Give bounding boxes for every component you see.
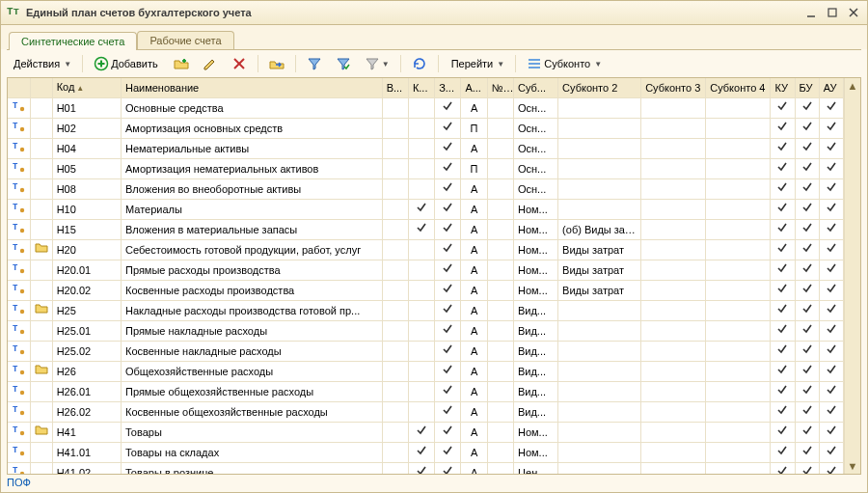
column-header[interactable]: АУ [819, 78, 843, 98]
table-row[interactable]: TН41.01Товары на складахАНом... [8, 443, 844, 463]
table-row[interactable]: TН25Накладные расходы производства готов… [8, 301, 844, 321]
z-cell [435, 342, 461, 362]
svg-text:T: T [13, 446, 18, 455]
table-row[interactable]: TН15Вложения в материальные запасыАНом..… [8, 220, 844, 240]
scroll-up-icon[interactable]: ▲ [848, 78, 858, 94]
table-row[interactable]: TН20.01Прямые расходы производстваАНом..… [8, 260, 844, 281]
v-cell [382, 443, 408, 463]
plus-icon [94, 56, 109, 71]
add-button[interactable]: Добавить [89, 52, 165, 75]
refresh-button[interactable] [407, 52, 432, 75]
ku-cell [771, 362, 795, 382]
column-header[interactable]: Субконто 3 [641, 78, 706, 98]
column-header[interactable]: К... [408, 78, 434, 98]
close-button[interactable] [846, 6, 861, 19]
column-header[interactable]: Наименование [121, 78, 382, 98]
folder-icon [35, 244, 48, 256]
delete-button[interactable] [227, 52, 252, 75]
table-row[interactable]: TН25.01Прямые накладные расходыАВид... [8, 321, 844, 342]
column-header[interactable]: А... [461, 78, 487, 98]
column-header[interactable]: КУ [771, 78, 795, 98]
add-group-button[interactable] [169, 52, 194, 75]
column-header[interactable]: БУ [795, 78, 819, 98]
column-header[interactable]: Код▲ [52, 78, 121, 98]
tab-0[interactable]: Синтетические счета [9, 32, 137, 50]
table-row[interactable]: TН26.02Косвенные общехозяйственные расхо… [8, 402, 844, 423]
sub1-cell: Цен... [513, 463, 557, 475]
sub4-cell [706, 382, 771, 402]
column-header[interactable]: Субконто 4 [706, 78, 771, 98]
a-cell: П [461, 159, 487, 179]
filter2-button[interactable] [331, 52, 356, 75]
table-row[interactable]: TН05Амортизация нематериальных активовПО… [8, 159, 844, 179]
au-cell [819, 240, 843, 260]
tab-1[interactable]: Рабочие счета [137, 31, 233, 49]
table-row[interactable]: TН41.02Товары в розницеАЦен... [8, 463, 844, 475]
ku-cell [771, 119, 795, 139]
code-cell: Н26.01 [52, 382, 121, 402]
sub1-cell: Ном... [513, 281, 557, 301]
ku-cell [771, 301, 795, 321]
name-cell: Прямые накладные расходы [121, 321, 382, 342]
v-cell [382, 139, 408, 159]
ku-cell [771, 463, 795, 475]
account-icon: T [12, 224, 25, 235]
ku-cell [771, 281, 795, 301]
actions-menu[interactable]: Действия▼ [7, 52, 76, 75]
n-cell [487, 301, 513, 321]
subconto-menu[interactable]: Субконто▼ [522, 52, 607, 75]
sub3-cell [641, 200, 706, 220]
goto-menu[interactable]: Перейти▼ [445, 52, 510, 75]
sub4-cell [706, 281, 771, 301]
folder-cell [30, 423, 52, 443]
filter3-button[interactable]: ▼ [360, 52, 394, 75]
accounts-table[interactable]: Код▲НаименованиеВ...К...З...А...№...Суб.… [8, 78, 844, 474]
sub1-cell: Вид... [513, 342, 557, 362]
move-button[interactable] [264, 52, 289, 75]
sub1-cell: Ном... [513, 443, 557, 463]
svg-text:T: T [13, 284, 18, 293]
sub4-cell [706, 159, 771, 179]
table-row[interactable]: TН01Основные средстваАОсн... [8, 98, 844, 119]
folder-cell [30, 240, 52, 260]
sub4-cell [706, 220, 771, 240]
sub4-cell [706, 119, 771, 139]
table-row[interactable]: TН08Вложения во внеоборотные активыАОсн.… [8, 179, 844, 200]
table-row[interactable]: TН20Себестоимость готовой продукции, раб… [8, 240, 844, 260]
chevron-down-icon: ▼ [497, 60, 504, 68]
column-header[interactable]: В... [382, 78, 408, 98]
table-row[interactable]: TН26.01Прямые общехозяйственные расходыА… [8, 382, 844, 402]
account-icon: T [12, 325, 25, 337]
minimize-button[interactable] [803, 6, 819, 19]
folder-cell [30, 281, 52, 301]
refresh-icon [412, 56, 427, 71]
table-row[interactable]: TН02Амортизация основных средствПОсн... [8, 119, 844, 139]
z-cell [435, 98, 461, 119]
column-header[interactable] [8, 78, 30, 98]
table-row[interactable]: TН25.02Косвенные накладные расходыАВид..… [8, 342, 844, 362]
edit-button[interactable] [198, 52, 223, 75]
column-header[interactable] [30, 78, 52, 98]
column-header[interactable]: Суб... [513, 78, 557, 98]
table-row[interactable]: TН04Нематериальные активыАОсн... [8, 139, 844, 159]
sub2-cell [558, 321, 641, 342]
sub1-cell: Ном... [513, 240, 557, 260]
sub4-cell [706, 200, 771, 220]
table-row[interactable]: TН10МатериалыАНом... [8, 200, 844, 220]
filter1-button[interactable] [302, 52, 327, 75]
table-row[interactable]: TН26Общехозяйственные расходыАВид... [8, 362, 844, 382]
table-row[interactable]: TН20.02Косвенные расходы производстваАНо… [8, 281, 844, 301]
row-type-icon: T [8, 220, 30, 240]
column-header[interactable]: Субконто 2 [558, 78, 641, 98]
column-header[interactable]: З... [435, 78, 461, 98]
account-icon: T [12, 426, 25, 438]
maximize-button[interactable] [825, 6, 840, 19]
table-row[interactable]: TН41ТоварыАНом... [8, 423, 844, 443]
svg-text:T: T [13, 203, 18, 212]
row-type-icon: T [8, 139, 30, 159]
column-header[interactable]: №... [487, 78, 513, 98]
vertical-scrollbar[interactable]: ▲ ▼ [844, 78, 860, 474]
sub4-cell [706, 260, 771, 281]
scroll-down-icon[interactable]: ▼ [848, 458, 858, 474]
bu-cell [795, 301, 819, 321]
